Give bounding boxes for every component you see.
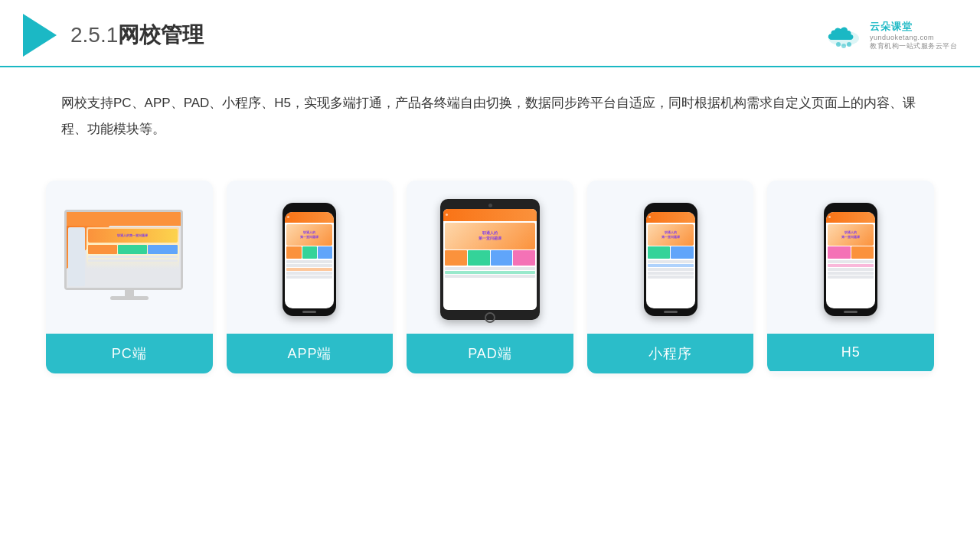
card-h5: 职通人的第一堂问题课 [767,181,934,373]
header-left: 2.5.1网校管理 [23,14,204,57]
pad-tablet-screen: 职通人的第一堂问题课 [443,209,537,310]
pc-screen: 职通人的第一堂问题课 [64,210,183,290]
card-pc-image: 职通人的第一堂问题课 [46,181,213,334]
svg-point-2 [841,44,846,48]
svg-point-3 [847,42,851,47]
cards-container: 职通人的第一堂问题课 [0,158,980,389]
app-phone-screen: 职通人的第一堂问题课 [285,212,334,308]
description-text: 网校支持PC、APP、PAD、小程序、H5，实现多端打通，产品各终端自由切换，数… [61,96,916,136]
card-pc: 职通人的第一堂问题课 [46,181,213,373]
card-miniprogram-label: 小程序 [587,334,754,373]
miniprogram-phone-mockup: 职通人的第一堂问题课 [644,203,697,316]
header: 2.5.1网校管理 云朵课堂 yunduoketang.com 教育机构一站式服… [0,0,980,67]
card-miniprogram: 职通人的第一堂问题课 [587,181,754,373]
title-text: 网校管理 [118,23,204,47]
title-number: 2.5.1 [70,23,118,47]
card-app-label: APP端 [227,334,394,373]
description: 网校支持PC、APP、PAD、小程序、H5，实现多端打通，产品各终端自由切换，数… [0,67,980,150]
play-icon [23,14,57,57]
logo-area: 云朵课堂 yunduoketang.com 教育机构一站式服务云平台 [824,20,957,51]
card-pad: 职通人的第一堂问题课 [407,181,573,373]
page-title: 2.5.1网校管理 [70,21,204,50]
h5-phone-mockup: 职通人的第一堂问题课 [824,203,877,316]
cloud-icon [824,21,864,49]
card-app: 职通人的第一堂问题课 [227,181,394,373]
logo-text: 云朵课堂 yunduoketang.com 教育机构一站式服务云平台 [870,20,957,51]
card-h5-label: H5 [767,334,934,371]
card-h5-image: 职通人的第一堂问题课 [767,181,934,334]
h5-phone-screen: 职通人的第一堂问题课 [826,212,875,308]
miniprogram-phone-screen: 职通人的第一堂问题课 [646,212,695,308]
card-miniprogram-image: 职通人的第一堂问题课 [587,181,754,334]
pc-mockup: 职通人的第一堂问题课 [64,210,194,309]
logo-name: 云朵课堂 [870,20,913,34]
card-app-image: 职通人的第一堂问题课 [227,181,394,334]
card-pad-image: 职通人的第一堂问题课 [407,181,573,334]
card-pad-label: PAD端 [407,334,573,373]
card-pc-label: PC端 [46,334,213,373]
logo-url: yunduoketang.com [870,34,934,41]
pad-tablet-mockup: 职通人的第一堂问题课 [440,199,540,320]
svg-point-1 [836,42,841,47]
logo-tagline: 教育机构一站式服务云平台 [870,41,957,51]
app-phone-mockup: 职通人的第一堂问题课 [283,203,336,316]
